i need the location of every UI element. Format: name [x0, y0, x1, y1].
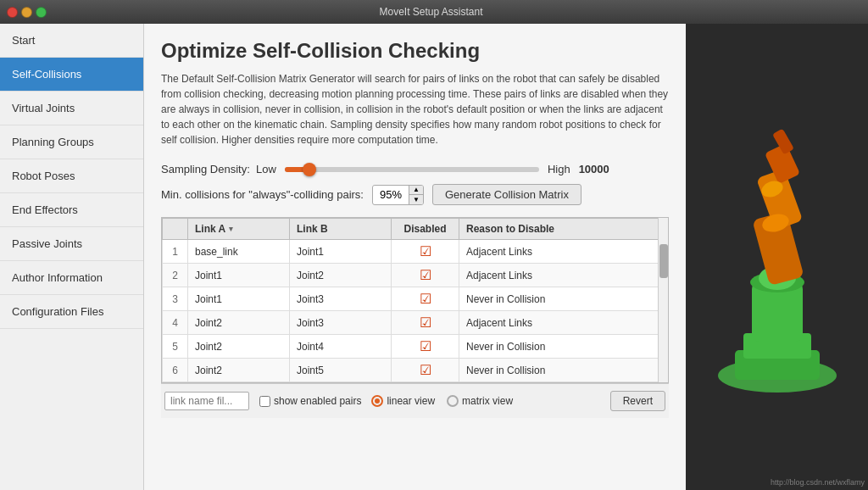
description-text: The Default Self-Collision Matrix Genera…: [161, 71, 669, 148]
sidebar-item-passive-joints[interactable]: Passive Joints: [0, 227, 143, 261]
cell-linkb: Joint5: [290, 359, 392, 382]
show-enabled-checkbox[interactable]: [259, 396, 270, 407]
matrix-view-radio[interactable]: matrix view: [447, 395, 513, 407]
revert-button[interactable]: Revert: [610, 391, 665, 411]
maximize-button[interactable]: [36, 7, 47, 18]
title-bar: MoveIt Setup Assistant: [0, 0, 868, 24]
slider-thumb[interactable]: [303, 163, 316, 176]
cell-num: 3: [163, 287, 188, 311]
spinbox-down[interactable]: ▼: [409, 195, 423, 204]
cell-disabled: ☑: [392, 264, 459, 287]
cell-linkb: Joint3: [290, 311, 392, 335]
cell-reason: Adjacent Links: [459, 240, 668, 264]
watermark: http://blog.csdn.net/wxflamy: [771, 478, 865, 487]
cell-num: 5: [163, 335, 188, 359]
sidebar-item-author-information[interactable]: Author Information: [0, 261, 143, 295]
show-enabled-label: show enabled pairs: [274, 395, 361, 407]
density-value: 10000: [579, 163, 609, 175]
main-content: Optimize Self-Collision Checking The Def…: [144, 24, 686, 490]
cell-linkb: Joint3: [290, 287, 392, 311]
cell-reason: Never in Collision: [459, 359, 668, 382]
cell-disabled: ☑: [392, 311, 459, 335]
table-row: 6 Joint2 Joint5 ☑ Never in Collision: [163, 359, 668, 382]
table-row: 2 Joint1 Joint2 ☑ Adjacent Links: [163, 264, 668, 287]
cell-linka: Joint2: [188, 359, 290, 382]
window-title: MoveIt Setup Assistant: [52, 6, 810, 18]
sort-icon: ▾: [229, 225, 233, 233]
table-scrollbar-track[interactable]: [658, 218, 668, 382]
page-title: Optimize Self-Collision Checking: [161, 39, 669, 63]
table-row: 5 Joint2 Joint4 ☑ Never in Collision: [163, 335, 668, 359]
density-slider[interactable]: [285, 167, 539, 172]
spinbox-input[interactable]: [373, 187, 409, 203]
table-row: 3 Joint1 Joint3 ☑ Never in Collision: [163, 287, 668, 311]
collision-table-container: Link A ▾ Link B Disabled Reason to Disab…: [161, 217, 669, 383]
window-controls[interactable]: [7, 7, 47, 18]
table-row: 1 base_link Joint1 ☑ Adjacent Links: [163, 240, 668, 264]
close-button[interactable]: [7, 7, 18, 18]
cell-linkb: Joint2: [290, 264, 392, 287]
sidebar-item-planning-groups[interactable]: Planning Groups: [0, 125, 143, 159]
sidebar-item-start[interactable]: Start: [0, 24, 143, 58]
cell-linka: Joint1: [188, 264, 290, 287]
cell-disabled: ☑: [392, 240, 459, 264]
slider-high-label: High: [548, 163, 570, 175]
robot-panel: http://blog.csdn.net/wxflamy: [686, 24, 868, 490]
sidebar-item-self-collisions[interactable]: Self-Collisions: [0, 58, 143, 92]
app-body: Start Self-Collisions Virtual Joints Pla…: [0, 24, 868, 490]
disabled-checkbox-icon[interactable]: ☑: [420, 339, 431, 354]
sidebar-item-end-effectors[interactable]: End Effectors: [0, 193, 143, 227]
link-filter-input[interactable]: [164, 392, 249, 410]
linear-view-radio-dot: [371, 395, 383, 407]
matrix-view-radio-dot: [447, 395, 459, 407]
cell-num: 2: [163, 264, 188, 287]
sampling-density-label: Sampling Density: Low: [161, 163, 276, 175]
disabled-checkbox-icon[interactable]: ☑: [420, 363, 431, 377]
col-header-disabled: Disabled: [392, 219, 459, 240]
sampling-density-row: Sampling Density: Low High 10000: [161, 163, 669, 175]
sidebar-item-virtual-joints[interactable]: Virtual Joints: [0, 92, 143, 125]
cell-num: 4: [163, 311, 188, 335]
table-row: 4 Joint2 Joint3 ☑ Adjacent Links: [163, 311, 668, 335]
robot-svg: [693, 113, 862, 401]
disabled-checkbox-icon[interactable]: ☑: [420, 292, 431, 306]
cell-reason: Never in Collision: [459, 335, 668, 359]
col-header-reason: Reason to Disable: [459, 219, 668, 240]
sidebar: Start Self-Collisions Virtual Joints Pla…: [0, 24, 144, 490]
cell-linka: Joint2: [188, 335, 290, 359]
linear-view-radio[interactable]: linear view: [371, 395, 435, 407]
cell-reason: Adjacent Links: [459, 264, 668, 287]
min-collisions-row: Min. collisions for "always"-colliding p…: [161, 184, 669, 205]
view-radio-group: linear view matrix view: [371, 395, 513, 407]
sidebar-item-configuration-files[interactable]: Configuration Files: [0, 295, 143, 329]
matrix-view-label: matrix view: [462, 395, 513, 407]
generate-collision-matrix-button[interactable]: Generate Collision Matrix: [432, 184, 581, 205]
cell-linka: Joint1: [188, 287, 290, 311]
min-collisions-label: Min. collisions for "always"-colliding p…: [161, 188, 364, 201]
linear-view-label: linear view: [387, 395, 435, 407]
cell-reason: Never in Collision: [459, 287, 668, 311]
robot-visual: [686, 24, 868, 490]
cell-linka: Joint2: [188, 311, 290, 335]
collision-table: Link A ▾ Link B Disabled Reason to Disab…: [162, 218, 668, 382]
col-header-linka[interactable]: Link A ▾: [188, 219, 290, 240]
bottom-bar: show enabled pairs linear view matrix vi…: [161, 383, 669, 418]
cell-reason: Adjacent Links: [459, 311, 668, 335]
cell-linkb: Joint1: [290, 240, 392, 264]
spinbox-arrows: ▲ ▼: [409, 186, 423, 204]
disabled-checkbox-icon[interactable]: ☑: [420, 244, 431, 259]
table-scrollbar-thumb[interactable]: [659, 244, 668, 278]
spinbox-up[interactable]: ▲: [409, 186, 423, 195]
cell-linka: base_link: [188, 240, 290, 264]
cell-num: 1: [163, 240, 188, 264]
min-collisions-spinbox[interactable]: ▲ ▼: [372, 185, 424, 205]
cell-linkb: Joint4: [290, 335, 392, 359]
sidebar-item-robot-poses[interactable]: Robot Poses: [0, 159, 143, 193]
col-header-num: [163, 219, 188, 240]
disabled-checkbox-icon[interactable]: ☑: [420, 315, 431, 330]
col-header-linkb: Link B: [290, 219, 392, 240]
cell-disabled: ☑: [392, 287, 459, 311]
disabled-checkbox-icon[interactable]: ☑: [420, 268, 431, 282]
minimize-button[interactable]: [21, 7, 32, 18]
cell-num: 6: [163, 359, 188, 382]
